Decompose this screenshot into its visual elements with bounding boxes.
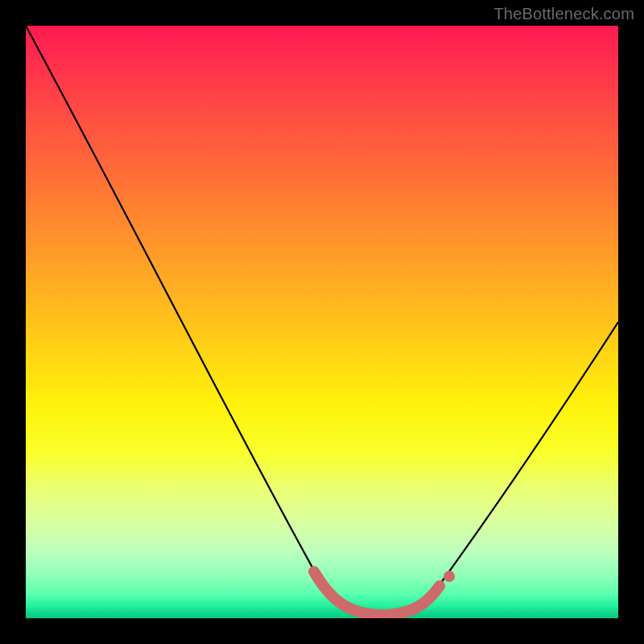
watermark-text: TheBottleneck.com [493,5,634,23]
chart-svg [26,26,618,618]
highlight-band [314,572,440,615]
bottleneck-curve [26,26,618,617]
highlight-end-dot [444,571,455,582]
plot-area [26,26,618,618]
chart-frame: TheBottleneck.com [0,0,644,644]
